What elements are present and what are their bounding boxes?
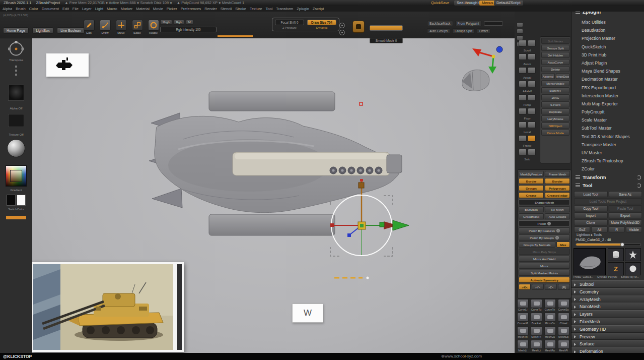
tool-section[interactable]: NanoMesh [571,303,644,310]
tool-thumb[interactable]: MeshCu [543,326,556,338]
focal-shift-slider[interactable]: Focal Shift 0 [275,20,304,25]
website-link[interactable]: ⊕www.school-xyz.com [441,353,482,360]
menu-item[interactable]: Zscript [313,7,324,11]
tool-thumb[interactable]: Chisel [557,313,570,325]
draw-mode-button[interactable]: Draw [98,20,112,34]
shelf-icon[interactable] [519,40,527,46]
home-page-button[interactable]: Home Page [3,27,29,34]
menu-item[interactable]: Color [29,7,38,11]
panel-button[interactable]: GroodMask [519,213,544,219]
tool-button[interactable]: Export [609,212,642,218]
shelf-icon[interactable] [519,135,527,142]
resolution-slider[interactable] [370,25,403,31]
refresh-icon[interactable] [637,175,641,179]
rotate-mode-button[interactable]: Rotate [147,20,160,34]
panel-button[interactable]: Creased edge [545,192,570,198]
panel-button[interactable]: Append [541,73,555,79]
shelf-icon[interactable] [528,108,536,114]
panel-button[interactable]: LazyMouse [541,115,569,122]
tool-thumb[interactable]: MeshLi [516,340,529,352]
default-zscript-button[interactable]: DefaultZScript [494,1,523,6]
tool-section[interactable]: Layers [571,310,644,318]
paint-toggle[interactable]: M [186,20,193,25]
panel-button[interactable]: Micro Poly Strips [519,249,570,255]
shelf-icon[interactable] [519,94,527,101]
offset-slider[interactable]: Offset [477,28,490,34]
panel-button[interactable]: Polish By Features [519,227,570,233]
shelf-icon[interactable] [528,53,536,60]
tool-button[interactable]: R [609,226,625,232]
menu-item[interactable]: Tool [266,7,273,11]
menu-item[interactable]: Layer [82,7,92,11]
backface-slider[interactable] [484,21,503,26]
shelf-icon[interactable] [528,67,536,74]
tool-thumb[interactable]: CurveTu [530,299,543,311]
material-thumbnail[interactable] [7,139,25,157]
tool-thumb[interactable]: MeshTri [516,326,529,338]
cylinder-thumb[interactable] [608,248,624,261]
backface-mask-button[interactable]: BackfaceMask [427,21,453,26]
panel-button[interactable]: Curve Mode [541,130,569,136]
panel-button[interactable]: StoreMT [541,87,569,93]
shelf-icon[interactable] [528,81,536,87]
panel-button[interactable]: MaskByFeature [519,171,544,177]
panel-button[interactable]: Del Hidden [541,52,569,58]
zplugin-menu-item[interactable]: FBX ExportImport [571,84,644,92]
tool-thumb[interactable]: CurveSu [557,299,570,311]
zplugin-menu-item[interactable]: Scale Master [571,116,644,124]
panel-button[interactable]: Border [519,178,544,184]
panel-button[interactable]: Polygroups [545,185,570,191]
tool-section[interactable]: ArrayMesh [571,295,644,303]
texture-thumbnail[interactable] [8,114,24,127]
panel-button[interactable]: Soft Vertex [541,38,569,44]
zplugin-menu-item[interactable]: Misc Utilities [571,18,644,26]
panel-button[interactable]: (R) [558,284,570,290]
tool-thumb[interactable]: CurveLi [516,299,529,311]
rgb-intensity-slider[interactable]: Rgb Intensity 100 [160,27,217,32]
model-mesh[interactable] [149,92,402,235]
zplugin-menu-item[interactable]: QuickSketch [571,43,644,51]
tool-button[interactable]: Load Tools From Project [574,198,642,204]
menu-item[interactable]: Texture [250,7,262,11]
shelf-icon[interactable] [528,135,536,142]
shelf-icon[interactable] [519,149,527,155]
lightbox-tools-link[interactable]: Lightbox ▸ Tools [577,233,602,237]
menu-item[interactable]: Marker [121,7,132,11]
live-boolean-button[interactable]: Live Boolean [57,27,84,34]
current-tool-thumbnail[interactable] [574,248,606,275]
paint-toggle[interactable]: Mrgb [160,20,172,25]
mesh-thumb[interactable] [625,248,641,261]
zplugin-menu-item[interactable]: Projection Master [571,34,644,42]
panel-button[interactable]: Delete [541,66,569,72]
tool-section[interactable]: Preview [571,333,644,340]
panel-button[interactable]: Auto Groups [545,213,570,219]
tool-section[interactable]: Subtool [571,280,644,288]
slider-knob[interactable] [620,243,624,247]
menu-item[interactable]: Edit [62,7,69,11]
tray-dot-icon[interactable] [15,66,17,68]
divider-icon[interactable] [517,29,523,34]
zplugin-menu-item[interactable]: Text 3D & Vector Shapes [571,133,644,141]
tool-thumb[interactable]: MeshRo [543,340,556,352]
tool-button[interactable]: All [591,226,607,232]
panel-button[interactable]: Mirror [519,263,570,269]
tray-dot-icon[interactable] [15,70,17,72]
zplugin-menu-item[interactable]: Adjust Plugin [571,59,644,67]
zplugin-menu-item[interactable]: SubTool Master [571,124,644,132]
tool-section[interactable]: Geometry [571,288,644,295]
quicksave-button[interactable]: QuickSave [431,0,449,6]
tool-thumb[interactable]: MeshPi [557,340,570,352]
tool-button[interactable]: Paste Tool [609,205,642,211]
dynamesh-button[interactable] [352,21,365,33]
menu-item[interactable]: Document [42,7,59,11]
menu-item[interactable]: Stroke [235,7,246,11]
menu-item[interactable]: Alpha [3,7,12,11]
tool-button[interactable]: Save As [609,191,642,197]
panel-button[interactable]: Groups Split [541,45,569,51]
zplugin-menu-item[interactable]: Beautivation [571,26,644,34]
tool-button[interactable]: Copy Tool [574,205,608,211]
tool-section[interactable]: Surface [571,340,644,347]
zplugin-menu-item[interactable]: 3D Print Hub [571,51,644,59]
panel-button[interactable]: >X< [519,284,531,290]
shelf-icon[interactable] [519,53,527,60]
